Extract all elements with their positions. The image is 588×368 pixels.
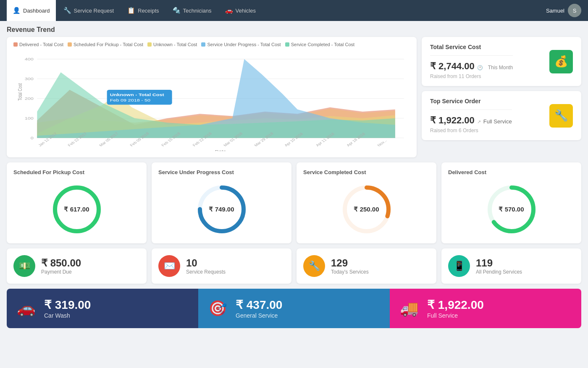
bottom-card-icon-1: 🎯 bbox=[208, 300, 227, 317]
nav-item-receipts[interactable]: 📋 Receipts bbox=[121, 0, 165, 21]
nav-label-vehicles: Vehicles bbox=[236, 8, 256, 14]
bottom-card-value-1: ₹ 437.00 bbox=[236, 298, 282, 312]
nav-item-service-request[interactable]: 🔧 Service Request bbox=[58, 0, 120, 21]
gauge-value-3: ₹ 570.00 bbox=[499, 206, 524, 213]
gauge-card-2: Service Completed Cost ₹ 250.00 bbox=[297, 162, 436, 243]
gauge-container-1: ₹ 749.00 bbox=[194, 182, 249, 237]
svg-text:Date: Date bbox=[215, 149, 226, 151]
gauge-title-0: Scheduled For Pickup Cost bbox=[13, 169, 84, 175]
gauge-container-3: ₹ 570.00 bbox=[484, 182, 539, 237]
svg-text:100: 100 bbox=[25, 116, 34, 120]
gauge-title-2: Service Completed Cost bbox=[303, 169, 366, 175]
gauge-card-0: Scheduled For Pickup Cost ₹ 617.00 bbox=[7, 162, 147, 243]
nav-item-technicians[interactable]: 🔩 Technicians bbox=[167, 0, 218, 21]
legend-label: Unknown - Total Cost bbox=[153, 42, 197, 47]
stat-icon-0: 💵 bbox=[13, 255, 35, 277]
gauge-title-3: Delivered Cost bbox=[448, 169, 486, 175]
legend-item: Scheduled For Pickup - Total Cost bbox=[68, 42, 143, 47]
chart-card: Delivered - Total CostScheduled For Pick… bbox=[7, 37, 417, 157]
nav-label-receipts: Receipts bbox=[138, 8, 159, 14]
legend-dot bbox=[68, 42, 72, 47]
stat-icon-2: 🔧 bbox=[303, 255, 325, 277]
nav-avatar[interactable]: S bbox=[568, 4, 581, 17]
gauge-value-1: ₹ 749.00 bbox=[209, 206, 234, 213]
stat-value-1: 10 bbox=[186, 257, 226, 269]
bottom-card-label-2: Full Service bbox=[427, 312, 484, 319]
legend-item: Delivered - Total Cost bbox=[13, 42, 63, 47]
top-service-order-icon: 🔧 bbox=[549, 104, 573, 128]
bottom-card-value-2: ₹ 1,922.00 bbox=[427, 298, 484, 312]
bottom-card-label-1: General Service bbox=[236, 312, 282, 319]
legend-label: Service Completed - Total Cost bbox=[291, 42, 354, 47]
bottom-card-2: 🚚 ₹ 1,922.00 Full Service bbox=[390, 289, 581, 328]
bottom-card-text-1: ₹ 437.00 General Service bbox=[236, 298, 282, 319]
main-content: Revenue Trend Delivered - Total CostSche… bbox=[0, 21, 588, 333]
gauge-container-2: ₹ 250.00 bbox=[339, 182, 394, 237]
stat-value-0: ₹ 850.00 bbox=[41, 257, 81, 269]
revenue-chart: Total Cost 400 300 200 100 0 bbox=[13, 50, 410, 151]
bottom-card-1: 🎯 ₹ 437.00 General Service bbox=[198, 289, 390, 328]
revenue-trend-title: Revenue Trend bbox=[7, 26, 581, 34]
stat-icon-3: 📱 bbox=[448, 255, 470, 277]
right-cards: Total Service Cost ₹ 2,744.00 🕐 This Mon… bbox=[422, 37, 581, 157]
stat-label-0: Payment Due bbox=[41, 269, 81, 275]
bottom-row: 🚗 ₹ 319.00 Car Wash 🎯 ₹ 437.00 General S… bbox=[7, 289, 581, 328]
nav-username: Samuel bbox=[546, 8, 564, 14]
top-service-order-amount: ₹ 1,922.00 bbox=[430, 115, 475, 126]
legend-item: Unknown - Total Cost bbox=[147, 42, 197, 47]
stat-card-1: ✉️ 10 Service Requests bbox=[152, 248, 291, 284]
bottom-card-value-0: ₹ 319.00 bbox=[44, 298, 91, 312]
top-service-order-content: Top Service Order ₹ 1,922.00 ↗ Full Serv… bbox=[430, 98, 512, 133]
legend-label: Service Under Progress - Total Cost bbox=[207, 42, 281, 47]
legend-dot bbox=[13, 42, 18, 47]
nav-label-service-request: Service Request bbox=[74, 8, 114, 14]
svg-text:300: 300 bbox=[25, 77, 34, 81]
stat-icon-1: ✉️ bbox=[158, 255, 180, 277]
legend-label: Scheduled For Pickup - Total Cost bbox=[74, 42, 143, 47]
stat-value-2: 129 bbox=[331, 257, 369, 269]
total-service-cost-card: Total Service Cost ₹ 2,744.00 🕐 This Mon… bbox=[422, 37, 581, 86]
nav-right: Samuel S bbox=[546, 4, 581, 17]
top-service-order-card: Top Service Order ₹ 1,922.00 ↗ Full Serv… bbox=[422, 91, 581, 140]
total-service-cost-content: Total Service Cost ₹ 2,744.00 🕐 This Mon… bbox=[430, 44, 513, 79]
svg-text:400: 400 bbox=[25, 57, 34, 61]
vehicles-icon: 🚗 bbox=[225, 7, 233, 14]
legend-dot bbox=[285, 42, 289, 47]
navbar: 👤 Dashboard 🔧 Service Request 📋 Receipts… bbox=[0, 0, 588, 21]
bottom-card-0: 🚗 ₹ 319.00 Car Wash bbox=[7, 289, 198, 328]
stat-row: 💵 ₹ 850.00 Payment Due ✉️ 10 Service Req… bbox=[7, 248, 581, 284]
dashboard-icon: 👤 bbox=[13, 7, 21, 14]
nav-item-vehicles[interactable]: 🚗 Vehicles bbox=[219, 0, 262, 21]
total-service-cost-amount: ₹ 2,744.00 bbox=[430, 61, 475, 72]
service-request-icon: 🔧 bbox=[63, 7, 71, 14]
total-service-cost-period: This Month bbox=[488, 65, 513, 70]
svg-text:200: 200 bbox=[25, 96, 34, 100]
stat-label-1: Service Requests bbox=[186, 269, 226, 275]
gauge-title-1: Service Under Progress Cost bbox=[158, 169, 234, 175]
total-service-cost-sub: Raised from 11 Orders bbox=[430, 73, 513, 79]
total-service-cost-icon: 💰 bbox=[549, 50, 573, 73]
bottom-card-icon-0: 🚗 bbox=[17, 300, 36, 317]
svg-text:Unknown - Total Cost: Unknown - Total Cost bbox=[110, 92, 165, 97]
top-row: Delivered - Total CostScheduled For Pick… bbox=[7, 37, 581, 157]
bottom-card-text-2: ₹ 1,922.00 Full Service bbox=[427, 298, 484, 319]
nav-items: 👤 Dashboard 🔧 Service Request 📋 Receipts… bbox=[7, 0, 546, 21]
receipts-icon: 📋 bbox=[127, 7, 135, 14]
bottom-card-label-0: Car Wash bbox=[44, 312, 91, 319]
gauge-value-0: ₹ 617.00 bbox=[64, 206, 89, 213]
gauge-row: Scheduled For Pickup Cost ₹ 617.00 Servi… bbox=[7, 162, 581, 243]
svg-text:0: 0 bbox=[31, 136, 34, 140]
gauge-container-0: ₹ 617.00 bbox=[50, 182, 104, 237]
stat-card-0: 💵 ₹ 850.00 Payment Due bbox=[7, 248, 147, 284]
gauge-card-1: Service Under Progress Cost ₹ 749.00 bbox=[152, 162, 291, 243]
legend-dot bbox=[147, 42, 152, 47]
bottom-card-text-0: ₹ 319.00 Car Wash bbox=[44, 298, 91, 319]
bottom-card-icon-2: 🚚 bbox=[400, 300, 419, 317]
svg-text:Nov...: Nov... bbox=[376, 139, 388, 147]
stat-text-0: ₹ 850.00 Payment Due bbox=[41, 257, 81, 275]
stat-value-3: 119 bbox=[476, 257, 522, 269]
stat-label-2: Today's Services bbox=[331, 269, 369, 275]
nav-item-dashboard[interactable]: 👤 Dashboard bbox=[7, 0, 56, 21]
stat-label-3: All Pending Services bbox=[476, 269, 522, 275]
svg-marker-15 bbox=[37, 72, 395, 138]
